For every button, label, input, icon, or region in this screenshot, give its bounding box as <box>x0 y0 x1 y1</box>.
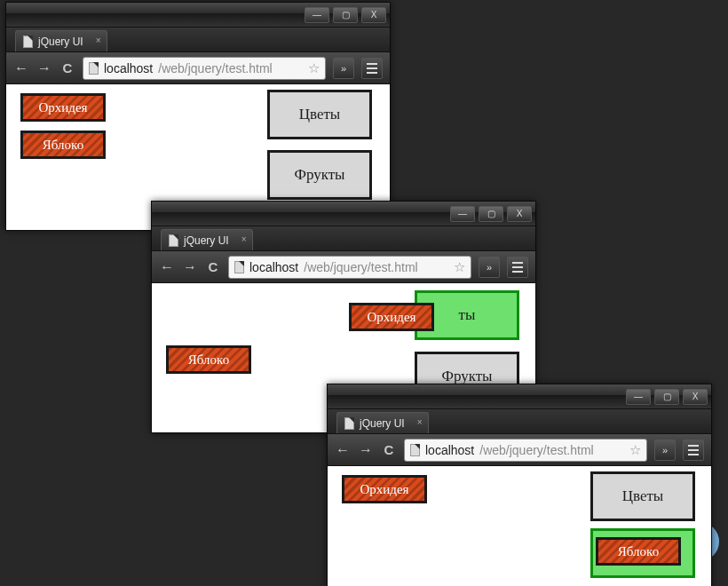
forward-button[interactable]: → <box>358 442 374 458</box>
browser-tab[interactable]: jQuery UI × <box>161 229 253 250</box>
navbar: ← → C localhost/web/jquery/test.html ☆ » <box>328 434 711 466</box>
draggable-label: Орхидея <box>360 482 408 497</box>
maximize-button[interactable]: ▢ <box>333 7 358 23</box>
site-icon <box>89 62 99 75</box>
page-icon <box>23 36 33 48</box>
reload-button[interactable]: C <box>205 259 221 275</box>
bookmark-star-icon[interactable]: ☆ <box>629 442 641 458</box>
url-path: /web/jquery/test.html <box>158 61 272 75</box>
window-titlebar[interactable]: — ▢ X <box>152 202 535 226</box>
tab-title: jQuery UI <box>360 417 405 430</box>
navbar: ← → C localhost/web/jquery/test.html ☆ » <box>6 52 390 84</box>
back-button[interactable]: ← <box>159 259 175 275</box>
draggable-orchid[interactable]: Орхидея <box>20 93 106 122</box>
drop-zone-label: Цветы <box>299 106 341 123</box>
drop-zone-label: Цветы <box>622 487 664 505</box>
close-tab-icon[interactable]: × <box>417 417 423 427</box>
draggable-label: Орхидея <box>367 310 415 325</box>
close-window-button[interactable]: X <box>683 389 708 405</box>
url-path: /web/jquery/test.html <box>304 260 417 274</box>
reload-button[interactable]: C <box>59 60 75 76</box>
draggable-apple[interactable]: Яблоко <box>20 131 106 159</box>
close-tab-icon[interactable]: × <box>241 234 247 244</box>
browser-tab[interactable]: jQuery UI × <box>336 412 429 433</box>
overflow-button[interactable]: » <box>479 257 500 278</box>
close-window-button[interactable]: X <box>507 206 532 222</box>
url-host: localhost <box>425 443 474 457</box>
reload-button[interactable]: C <box>381 442 397 458</box>
site-icon <box>410 444 420 456</box>
bookmark-star-icon[interactable]: ☆ <box>454 259 465 275</box>
back-button[interactable]: ← <box>335 442 351 458</box>
hamburger-menu-button[interactable] <box>683 440 704 461</box>
close-window-button[interactable]: X <box>361 7 386 23</box>
draggable-orchid[interactable]: Орхидея <box>342 475 427 503</box>
drop-zone-label: Фрукты <box>294 166 344 184</box>
tab-title: jQuery UI <box>38 36 83 48</box>
address-bar[interactable]: localhost/web/jquery/test.html ☆ <box>228 256 471 279</box>
minimize-button[interactable]: — <box>626 389 651 405</box>
tabbar: jQuery UI × <box>152 226 535 251</box>
address-bar[interactable]: localhost/web/jquery/test.html ☆ <box>83 57 326 80</box>
drop-zone-label: Фрукты <box>441 368 492 385</box>
overflow-button[interactable]: » <box>654 440 676 461</box>
drop-zone-label: ты <box>459 306 476 324</box>
address-bar[interactable]: localhost/web/jquery/test.html ☆ <box>404 439 647 462</box>
bookmark-star-icon[interactable]: ☆ <box>308 60 320 76</box>
tab-title: jQuery UI <box>184 234 229 247</box>
page-icon <box>344 417 354 430</box>
draggable-apple[interactable]: Яблоко <box>596 537 681 566</box>
close-tab-icon[interactable]: × <box>96 36 101 45</box>
window-titlebar[interactable]: — ▢ X <box>328 384 711 409</box>
browser-tab[interactable]: jQuery UI × <box>15 30 107 51</box>
draggable-label: Яблоко <box>43 138 83 153</box>
window-titlebar[interactable]: — ▢ X <box>6 3 390 28</box>
draggable-label: Орхидея <box>38 100 87 115</box>
drop-zone-flowers[interactable]: Цветы <box>267 90 372 139</box>
site-icon <box>234 261 244 273</box>
page-content: ЦветыФруктыОрхидеяЯблоко <box>328 466 711 586</box>
url-host: localhost <box>104 61 153 75</box>
drop-zone-flowers[interactable]: Цветы <box>590 471 695 521</box>
forward-button[interactable]: → <box>182 259 198 275</box>
minimize-button[interactable]: — <box>305 7 329 23</box>
browser-window: — ▢ X jQuery UI × ← → C localhost/web/jq… <box>5 2 391 231</box>
maximize-button[interactable]: ▢ <box>479 206 503 222</box>
draggable-label: Яблоко <box>188 352 229 368</box>
url-host: localhost <box>249 260 298 274</box>
draggable-apple[interactable]: Яблоко <box>166 345 251 374</box>
overflow-button[interactable]: » <box>333 58 354 79</box>
browser-window: — ▢ X jQuery UI × ← → C localhost/web/jq… <box>327 384 712 586</box>
navbar: ← → C localhost/web/jquery/test.html ☆ » <box>152 251 535 283</box>
page-icon <box>169 234 178 247</box>
url-path: /web/jquery/test.html <box>479 443 593 457</box>
hamburger-menu-button[interactable] <box>361 58 383 79</box>
maximize-button[interactable]: ▢ <box>654 389 679 405</box>
tabbar: jQuery UI × <box>6 28 390 52</box>
back-button[interactable]: ← <box>13 60 29 76</box>
draggable-label: Яблоко <box>618 544 659 559</box>
forward-button[interactable]: → <box>36 60 52 76</box>
minimize-button[interactable]: — <box>450 206 475 222</box>
drop-zone-fruits[interactable]: Фрукты <box>267 150 372 200</box>
hamburger-menu-button[interactable] <box>507 257 528 278</box>
draggable-orchid[interactable]: Орхидея <box>349 303 434 331</box>
tabbar: jQuery UI × <box>328 409 711 434</box>
